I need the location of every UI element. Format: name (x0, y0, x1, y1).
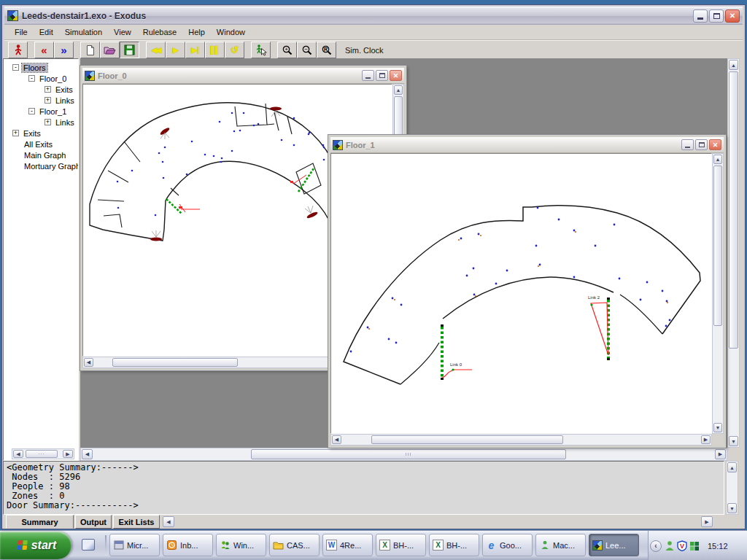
sidebar-item-floor1[interactable]: - Floor_1 (4, 106, 78, 117)
tab-exit-lists[interactable]: Exit Lists (113, 515, 160, 529)
tab-scroll-right-button[interactable]: ▶ (701, 516, 713, 527)
sidebar-item-floor0[interactable]: - Floor_0 (4, 73, 78, 84)
tab-scroll-left-button[interactable]: ◀ (163, 516, 174, 527)
expand-box-icon[interactable]: + (12, 130, 19, 136)
taskbar-button-folder[interactable]: CAS... (269, 534, 320, 556)
sidebar-item-all-exits[interactable]: All Exits (4, 139, 78, 149)
restore-button[interactable] (709, 9, 724, 23)
sidebar-item-mortuary-graph[interactable]: Mortuary Graph (4, 160, 78, 171)
expand-box-icon[interactable]: + (44, 119, 51, 125)
floor1-titlebar[interactable]: Floor_1 ✕ (330, 137, 724, 153)
floor0-minimize-button[interactable] (362, 70, 374, 81)
floor1-close-button[interactable]: ✕ (709, 139, 721, 150)
scroll-up-button[interactable]: ▲ (394, 85, 403, 95)
show-desktop-icon[interactable] (82, 539, 95, 551)
scroll-thumb[interactable] (371, 435, 563, 444)
app-titlebar[interactable]: Leeds-denstair1.exo - Exodus ✕ (4, 7, 743, 25)
expand-box-icon[interactable]: + (44, 86, 51, 93)
step-end-button[interactable]: ▶| (185, 42, 205, 58)
floor1-hscrollbar[interactable]: ◀ ▶ (330, 434, 712, 446)
scroll-thumb[interactable] (729, 71, 738, 349)
scroll-right-button[interactable]: ▶ (701, 435, 711, 444)
open-file-button[interactable] (100, 42, 120, 58)
menu-simulation[interactable]: Simulation (59, 26, 108, 39)
tree-hscrollbar[interactable]: ◀ ▶ (12, 448, 74, 459)
tray-utility-icon[interactable] (689, 541, 700, 551)
collapse-box-icon[interactable]: - (28, 108, 35, 114)
scroll-left-button[interactable]: ◀ (84, 358, 93, 367)
menu-rulebase[interactable]: Rulebase (137, 26, 182, 39)
tab-output[interactable]: Output (75, 515, 112, 529)
taskbar-button-messenger[interactable]: Win... (216, 534, 266, 556)
scroll-down-button[interactable]: ▼ (729, 436, 738, 446)
tray-antivirus-shield-icon[interactable]: V (677, 540, 687, 551)
sidebar-item-floor1-links[interactable]: + Links (4, 117, 78, 128)
sidebar-item-floor0-links[interactable]: + Links (4, 95, 78, 106)
taskbar-button-exodus[interactable]: Lee... (589, 534, 639, 556)
tray-chevron-icon[interactable]: ‹ (650, 540, 662, 552)
expand-box-icon[interactable]: + (44, 97, 51, 104)
scroll-left-button[interactable]: ◀ (13, 450, 23, 458)
sidebar-item-exits[interactable]: + Exits (4, 128, 78, 139)
save-file-button[interactable] (120, 42, 139, 58)
floor0-maximize-button[interactable] (376, 70, 388, 81)
scroll-down-button[interactable]: ▼ (727, 503, 737, 513)
person-mode-button[interactable] (8, 42, 28, 58)
menu-help[interactable]: Help (182, 26, 211, 39)
sidebar-item-floor0-exits[interactable]: + Exits (4, 84, 78, 95)
scroll-right-button[interactable]: ▶ (715, 449, 726, 459)
scroll-thumb[interactable] (713, 166, 722, 326)
zoom-in-button[interactable]: + (277, 42, 297, 58)
menu-file[interactable]: File (9, 26, 34, 39)
menu-edit[interactable]: Edit (34, 26, 59, 39)
tab-summary[interactable]: Summary (6, 515, 74, 529)
floor0-close-button[interactable]: ✕ (390, 70, 402, 81)
taskbar-button-mac[interactable]: Mac... (535, 534, 586, 556)
start-button[interactable]: start (0, 532, 71, 559)
step-forward-button[interactable]: » (54, 42, 74, 58)
sidebar-item-floors[interactable]: - Floors (4, 62, 78, 73)
taskbar-button-installer[interactable]: Micr... (109, 534, 160, 556)
menu-view[interactable]: View (108, 26, 137, 39)
scroll-right-button[interactable]: ▶ (63, 450, 73, 458)
taskbar-button-inbox[interactable]: Inb... (163, 534, 213, 556)
minimize-button[interactable] (693, 9, 708, 23)
scroll-thumb[interactable] (112, 358, 238, 367)
summary-vscrollbar[interactable]: ▲ ▼ (726, 461, 738, 515)
mdi-vscrollbar[interactable]: ▲ ▼ (727, 58, 740, 448)
taskbar-button-excel-1[interactable]: X BH-... (376, 534, 426, 556)
floor1-vscrollbar[interactable]: ▲ ▼ (712, 153, 724, 434)
scroll-up-button[interactable]: ▲ (729, 60, 738, 70)
floor1-canvas[interactable]: Link 0 Link 2 (330, 153, 712, 434)
menu-window[interactable]: Window (211, 26, 251, 39)
scroll-thumb[interactable] (26, 450, 58, 458)
taskbar-button-excel-2[interactable]: X BH-... (429, 534, 479, 556)
summary-console[interactable]: <Geometry Summary:------> Nodes : 5296 P… (3, 461, 724, 515)
sidebar-item-main-graph[interactable]: Main Graph (4, 149, 78, 160)
new-file-button[interactable] (80, 42, 100, 58)
floor0-titlebar[interactable]: Floor_0 ✕ (82, 68, 404, 84)
collapse-box-icon[interactable]: - (12, 64, 19, 71)
scroll-up-button[interactable]: ▲ (727, 462, 737, 472)
floor1-maximize-button[interactable] (695, 139, 708, 150)
play-button[interactable]: ▶ (166, 42, 185, 58)
scroll-down-button[interactable]: ▼ (713, 423, 722, 432)
pause-button[interactable]: ▌▌ (205, 42, 225, 58)
floor1-minimize-button[interactable] (681, 139, 694, 150)
taskbar-button-word-doc[interactable]: W 4Re... (322, 534, 373, 556)
close-button[interactable]: ✕ (725, 9, 740, 23)
replay-button[interactable]: ↺ (225, 42, 244, 58)
zoom-reset-button[interactable]: R (317, 42, 336, 58)
scroll-left-button[interactable]: ◀ (332, 435, 341, 444)
scroll-left-button[interactable]: ◀ (82, 449, 93, 459)
scroll-thumb[interactable] (251, 449, 566, 459)
zoom-out-button[interactable]: − (297, 42, 317, 58)
tray-messenger-icon[interactable] (665, 540, 675, 551)
rewind-button[interactable]: ◀◀ (146, 42, 166, 58)
select-person-button[interactable] (251, 42, 271, 58)
collapse-box-icon[interactable]: - (28, 75, 35, 82)
step-back-button[interactable]: « (34, 42, 54, 58)
mdi-hscrollbar[interactable]: ◀ ▶ (80, 448, 727, 461)
scroll-up-button[interactable]: ▲ (713, 155, 722, 164)
taskbar-button-browser[interactable]: e Goo... (482, 534, 533, 556)
